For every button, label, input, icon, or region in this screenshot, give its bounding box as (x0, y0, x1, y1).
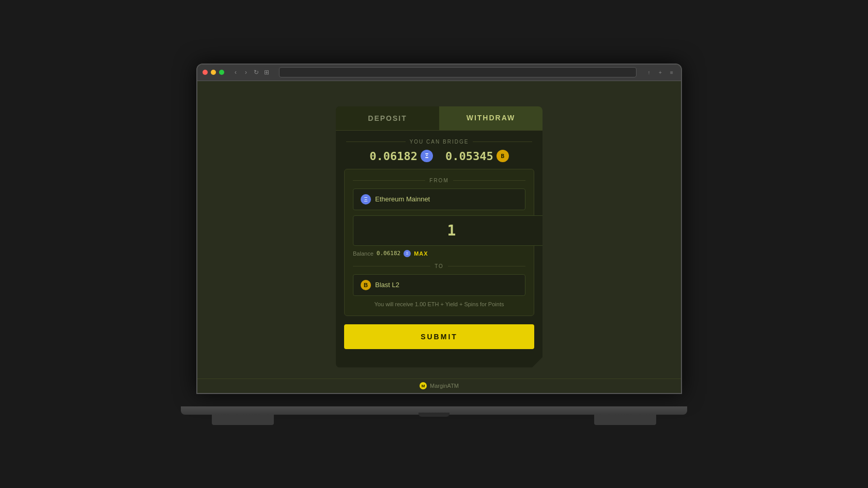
token-name: ETH (576, 226, 592, 234)
bottom-bar: M MarginATM (197, 379, 681, 393)
tab-bar: DEPOSIT WITHDRAW (336, 106, 542, 131)
address-bar[interactable] (279, 67, 637, 77)
laptop-notch (419, 413, 450, 417)
to-network-selector[interactable]: B Blast L2 (353, 274, 525, 296)
from-label: FROM (353, 178, 525, 183)
footer-app-name: MarginATM (430, 383, 459, 389)
tab-withdraw[interactable]: WITHDRAW (439, 106, 542, 130)
bridge-info-section: YOU CAN BRIDGE 0.06182 Ξ 0.05345 B (336, 131, 542, 169)
menu-button[interactable]: ≡ (668, 68, 676, 76)
grid-button[interactable]: ⊞ (262, 68, 271, 76)
eth-network-icon: Ξ (361, 194, 371, 204)
back-button[interactable]: ‹ (231, 68, 240, 76)
laptop-base (181, 394, 687, 425)
laptop-foot-right (594, 415, 656, 425)
submit-button[interactable]: SUBMIT (344, 324, 534, 349)
from-network-selector[interactable]: Ξ Ethereum Mainnet (353, 188, 525, 210)
laptop-foot-left (212, 415, 274, 425)
traffic-light-close[interactable] (203, 70, 208, 75)
bridge-label: YOU CAN BRIDGE (346, 139, 532, 145)
balance-row: Balance 0.06182 Ξ MAX (353, 250, 525, 257)
browser-actions: ↑ + ≡ (645, 68, 676, 76)
eth-bridge-amount: 0.06182 Ξ (369, 150, 433, 163)
blast-network-icon: B (361, 280, 371, 290)
to-section: TO B Blast L2 You will receive 1.00 ETH … (353, 263, 525, 307)
share-button[interactable]: ↑ (645, 68, 653, 76)
traffic-light-maximize[interactable] (219, 70, 224, 75)
page-content: DEPOSIT WITHDRAW YOU CAN BRIDGE 0.06182 … (197, 81, 681, 393)
blast-coin-icon: B (497, 150, 509, 162)
to-label: TO (353, 263, 525, 269)
balance-label: Balance (353, 250, 374, 257)
balance-value: 0.06182 (377, 250, 400, 257)
forward-button[interactable]: › (242, 68, 250, 76)
form-card: FROM Ξ Ethereum Mainnet ⬡ ETH ∨ (344, 169, 534, 316)
amount-input-row: ⬡ ETH ∨ (353, 215, 525, 246)
blast-bridge-amount: 0.05345 B (445, 150, 509, 163)
browser-navigation: ‹ › ↻ ⊞ (231, 68, 271, 76)
amount-input[interactable] (353, 215, 550, 246)
tab-deposit[interactable]: DEPOSIT (336, 106, 439, 130)
token-icon: ⬡ (562, 225, 572, 236)
laptop-shell: ‹ › ↻ ⊞ ↑ + ≡ DEPOSIT (181, 64, 687, 425)
receive-info: You will receive 1.00 ETH + Yield + Spin… (353, 301, 525, 307)
chevron-down-icon: ∨ (595, 228, 598, 233)
browser-window: ‹ › ↻ ⊞ ↑ + ≡ DEPOSIT (196, 64, 682, 394)
browser-chrome: ‹ › ↻ ⊞ ↑ + ≡ (197, 65, 681, 81)
to-network-name: Blast L2 (375, 281, 399, 289)
bookmark-button[interactable]: + (656, 68, 664, 76)
bridge-amounts: 0.06182 Ξ 0.05345 B (346, 150, 532, 163)
from-network-name: Ethereum Mainnet (375, 195, 430, 203)
bridge-card: DEPOSIT WITHDRAW YOU CAN BRIDGE 0.06182 … (336, 106, 542, 368)
max-button[interactable]: MAX (414, 250, 428, 257)
reload-button[interactable]: ↻ (252, 68, 260, 76)
eth-coin-icon: Ξ (421, 150, 433, 162)
balance-eth-icon: Ξ (404, 250, 411, 257)
margin-atm-logo-icon: M (420, 382, 427, 389)
token-selector[interactable]: ⬡ ETH ∨ (554, 215, 606, 246)
traffic-light-minimize[interactable] (211, 70, 216, 75)
